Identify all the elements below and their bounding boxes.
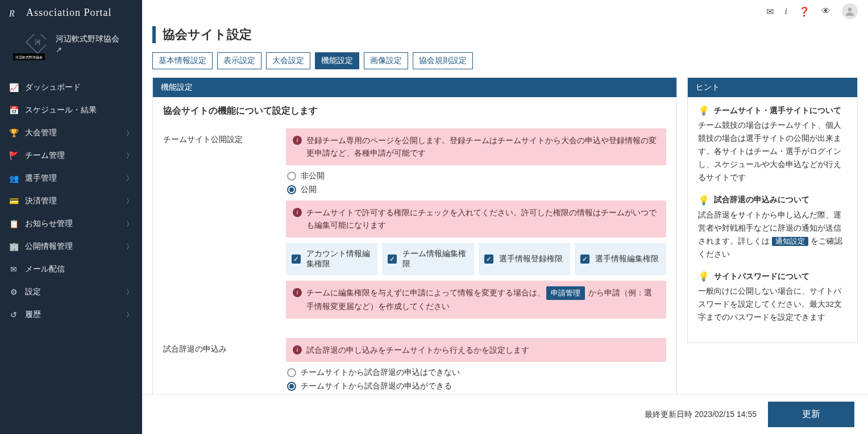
- chevron-right-icon: 〉: [126, 151, 133, 161]
- svg-text:R: R: [9, 9, 15, 18]
- info-icon[interactable]: i: [785, 6, 787, 16]
- hint-title: サイトパスワードについて: [714, 272, 809, 282]
- avatar[interactable]: [842, 3, 858, 19]
- info-circle-icon: i: [293, 345, 302, 354]
- tab-4[interactable]: 画像設定: [364, 52, 408, 69]
- team-site-note-3: i チームに編集権限を与えずに申請によって情報を変更する場合は、申請管理 から申…: [286, 281, 666, 319]
- checkbox-label: 選手情報登録権限: [499, 254, 563, 264]
- lightbulb-icon: 💡: [698, 195, 709, 206]
- checkbox-icon: ✓: [292, 254, 301, 264]
- lightbulb-icon: 💡: [698, 271, 709, 282]
- team-site-note-1-text: 登録チーム専用のページを公開します。登録チームはチームサイトから大会の申込や登録…: [306, 134, 659, 160]
- footer: 最終更新日時 2023/02/15 14:55 更新: [142, 394, 868, 434]
- sidebar-item-label: 設定: [25, 287, 41, 297]
- sidebar-item-label: 大会管理: [25, 128, 57, 138]
- mail-icon[interactable]: ✉: [766, 6, 774, 17]
- sidebar-item-4[interactable]: 👥選手管理〉: [0, 167, 142, 190]
- withdrawal-note-text: 試合辞退の申し込みをチームサイトから行えるかを設定します: [306, 344, 529, 356]
- chevron-right-icon: 〉: [126, 242, 133, 252]
- sidebar-item-1[interactable]: 📅スケジュール・結果: [0, 99, 142, 122]
- radio-label: 公開: [301, 185, 317, 195]
- sidebar-item-3[interactable]: 🚩チーム管理〉: [0, 144, 142, 167]
- setting-withdrawal-label: 試合辞退の申込み: [163, 338, 277, 361]
- permission-checkbox-3[interactable]: ✓選手情報編集権限: [575, 243, 666, 275]
- org-badge-icon: 河 河辺軟式野球協会: [9, 32, 49, 64]
- hint-inline-link[interactable]: 通知設定: [772, 237, 808, 246]
- hint-text: チーム競技の場合はチームサイト、個人競技の場合は選手サイトの公開が出来ます。各サ…: [698, 119, 847, 185]
- permission-checkbox-0[interactable]: ✓アカウント情報編集権限: [286, 243, 377, 275]
- sidebar-item-2[interactable]: 🏆大会管理〉: [0, 122, 142, 144]
- application-mgmt-link[interactable]: 申請管理: [546, 286, 585, 301]
- sidebar-item-label: 公開情報管理: [25, 241, 73, 252]
- info-circle-icon: i: [293, 136, 302, 145]
- checkbox-label: アカウント情報編集権限: [306, 249, 372, 269]
- sidebar-item-9[interactable]: ⚙設定〉: [0, 281, 142, 303]
- team-site-radio-1[interactable]: 公開: [287, 185, 666, 195]
- hint-title: チームサイト・選手サイトについて: [714, 106, 841, 116]
- section-intro: 協会サイトの機能について設定します: [163, 105, 666, 117]
- chevron-right-icon: 〉: [126, 197, 133, 206]
- team-site-note-1: i 登録チーム専用のページを公開します。登録チームはチームサイトから大会の申込や…: [286, 128, 666, 165]
- svg-text:河: 河: [35, 39, 41, 45]
- tab-3[interactable]: 機能設定: [315, 52, 359, 69]
- sidebar: R Association Portal 河 河辺軟式野球協会 河辺軟式野球協会…: [0, 0, 142, 434]
- org-name: 河辺軟式野球協会: [56, 32, 119, 45]
- brand-logo-icon: R: [9, 7, 20, 19]
- sidebar-item-7[interactable]: 🏢公開情報管理〉: [0, 235, 142, 258]
- external-link-icon[interactable]: ↗: [56, 45, 62, 54]
- sidebar-item-8[interactable]: ✉メール配信: [0, 258, 142, 281]
- checkbox-icon: ✓: [388, 254, 397, 264]
- hint-0: 💡チームサイト・選手サイトについてチーム競技の場合はチームサイト、個人競技の場合…: [698, 105, 847, 185]
- brand: R Association Portal: [0, 0, 142, 26]
- radio-icon: [287, 382, 296, 391]
- nav-icon: 👥: [9, 174, 18, 183]
- hint-title: 試合辞退の申込みについて: [714, 195, 809, 205]
- sidebar-item-6[interactable]: 📋お知らせ管理〉: [0, 212, 142, 235]
- chevron-right-icon: 〉: [126, 128, 133, 138]
- radio-label: チームサイトから試合辞退の申込はできない: [301, 368, 460, 378]
- chevron-right-icon: 〉: [126, 219, 133, 229]
- hint-2: 💡サイトパスワードについて一般向けに公開しない場合に、サイトパスワードを設定して…: [698, 271, 847, 324]
- tab-0[interactable]: 基本情報設定: [152, 52, 213, 69]
- svg-text:河辺軟式野球協会: 河辺軟式野球協会: [15, 56, 43, 59]
- sidebar-item-10[interactable]: ↺履歴〉: [0, 303, 142, 326]
- hint-text: 一般向けに公開しない場合に、サイトパスワードを設定してください。最大32文字まで…: [698, 285, 847, 324]
- radio-icon: [287, 172, 296, 181]
- settings-panel: 機能設定 協会サイトの機能について設定します チームサイト公開設定 i 登録チー…: [152, 77, 677, 394]
- preview-icon[interactable]: 👁: [821, 6, 830, 16]
- tab-2[interactable]: 大会設定: [266, 52, 310, 69]
- svg-point-5: [848, 8, 852, 11]
- submit-button[interactable]: 更新: [768, 402, 854, 427]
- team-site-note-2: i チームサイトで許可する権限にチェックを入れてください。許可した権限の情報はチ…: [286, 201, 666, 237]
- sidebar-item-5[interactable]: 💳決済管理〉: [0, 190, 142, 212]
- lightbulb-icon: 💡: [698, 105, 709, 116]
- hint-1: 💡試合辞退の申込みについて試合辞退をサイトから申し込んだ際、運営者や対戦相手など…: [698, 195, 847, 261]
- info-circle-icon: i: [293, 208, 302, 217]
- hints-header: ヒント: [688, 78, 857, 97]
- chevron-right-icon: 〉: [126, 174, 133, 183]
- sidebar-item-label: 履歴: [25, 310, 41, 320]
- sidebar-item-label: 選手管理: [25, 173, 57, 183]
- permission-checkbox-1[interactable]: ✓チーム情報編集権限: [382, 243, 474, 275]
- team-site-note-3-text: チームに編集権限を与えずに申請によって情報を変更する場合は、申請管理 から申請（…: [306, 286, 659, 313]
- withdrawal-radio-0[interactable]: チームサイトから試合辞退の申込はできない: [287, 368, 666, 378]
- hints-panel: ヒント 💡チームサイト・選手サイトについてチーム競技の場合はチームサイト、個人競…: [687, 77, 858, 343]
- checkbox-label: 選手情報編集権限: [595, 254, 659, 264]
- chevron-right-icon: 〉: [126, 287, 133, 297]
- sidebar-item-label: お知らせ管理: [25, 219, 73, 229]
- brand-title: Association Portal: [26, 7, 112, 19]
- withdrawal-radio-1[interactable]: チームサイトから試合辞退の申込ができる: [287, 381, 666, 391]
- nav-icon: 📈: [9, 83, 18, 92]
- sidebar-item-label: チーム管理: [25, 151, 65, 161]
- sidebar-item-label: ダッシュボード: [25, 82, 81, 93]
- team-site-radio-0[interactable]: 非公開: [287, 171, 666, 181]
- tab-1[interactable]: 表示設定: [217, 52, 261, 69]
- sidebar-item-0[interactable]: 📈ダッシュボード: [0, 76, 142, 99]
- help-icon[interactable]: ❓: [799, 6, 810, 17]
- nav-icon: ✉: [9, 265, 18, 274]
- permission-checkbox-2[interactable]: ✓選手情報登録権限: [479, 243, 570, 275]
- topbar: ✉ i ❓ 👁: [142, 0, 868, 23]
- nav-icon: 🚩: [9, 151, 18, 160]
- nav-icon: ⚙: [9, 287, 18, 297]
- tab-5[interactable]: 協会規則設定: [413, 52, 473, 69]
